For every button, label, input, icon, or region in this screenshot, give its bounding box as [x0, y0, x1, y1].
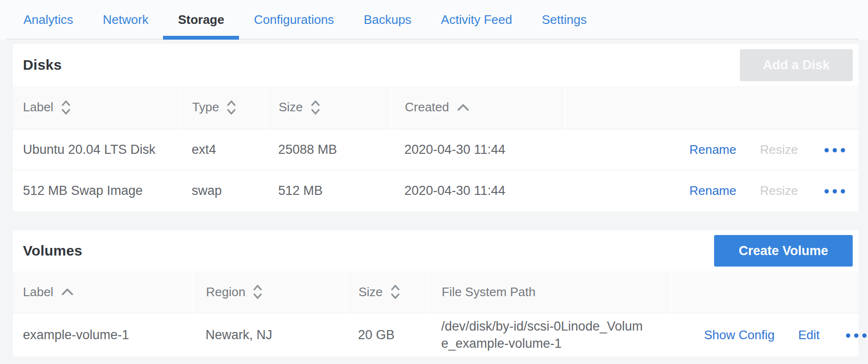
ellipsis-icon: [825, 148, 829, 152]
tab-label: Configurations: [254, 12, 334, 27]
sort-both-icon: [252, 283, 263, 300]
volumes-column-actions: [672, 271, 858, 313]
disk-created-cell: 2020-04-30 11:44: [392, 129, 565, 170]
column-label: Region: [206, 285, 245, 300]
table-row: Ubuntu 20.04 LTS Disk ext4 25088 MB 2020…: [13, 129, 858, 170]
ellipsis-icon: [833, 148, 837, 152]
disks-column-label[interactable]: Label: [13, 86, 179, 129]
disks-column-created[interactable]: Created: [392, 86, 565, 129]
ellipsis-icon: [833, 189, 837, 193]
disks-column-type[interactable]: Type: [179, 86, 266, 129]
resize-link[interactable]: Resize: [760, 183, 798, 198]
disk-label-cell: Ubuntu 20.04 LTS Disk: [13, 129, 179, 170]
volumes-table: Label Region: [13, 271, 858, 356]
tab-network[interactable]: Network: [88, 0, 163, 40]
tab-label: Settings: [542, 12, 586, 27]
disks-title: Disks: [23, 57, 62, 73]
tab-settings[interactable]: Settings: [527, 0, 601, 40]
column-label: Type: [192, 100, 219, 115]
volume-region-cell: Newark, NJ: [193, 313, 346, 356]
volumes-panel: Volumes Create Volume Label Region: [13, 230, 858, 356]
tab-label: Network: [103, 12, 148, 27]
tab-label: Backups: [364, 12, 412, 27]
volumes-header: Volumes Create Volume: [13, 230, 858, 271]
more-actions-button[interactable]: [824, 145, 846, 155]
volumes-column-label[interactable]: Label: [13, 271, 193, 313]
sort-both-icon: [310, 99, 321, 116]
column-label: Label: [23, 285, 54, 300]
ellipsis-icon: [841, 148, 845, 152]
tab-backups[interactable]: Backups: [349, 0, 426, 40]
tab-label: Storage: [178, 12, 224, 27]
disk-size-cell: 25088 MB: [266, 129, 392, 170]
volumes-table-header-row: Label Region: [13, 271, 858, 313]
volume-size-cell: 20 GB: [346, 313, 429, 356]
disk-size-cell: 512 MB: [266, 170, 392, 211]
tab-configurations[interactable]: Configurations: [239, 0, 349, 40]
table-row: example-volume-1 Newark, NJ 20 GB /dev/d…: [13, 313, 858, 356]
sort-both-icon: [226, 99, 237, 116]
disk-type-cell: ext4: [179, 129, 266, 170]
disks-column-size[interactable]: Size: [266, 86, 392, 129]
volume-file-system-path-cell: /dev/disk/by-id/scsi-0Linode_Volume_exam…: [429, 313, 672, 356]
disk-created-cell: 2020-04-30 11:44: [392, 170, 565, 211]
add-a-disk-button[interactable]: Add a Disk: [740, 49, 853, 81]
table-row: 512 MB Swap Image swap 512 MB 2020-04-30…: [13, 170, 858, 211]
ellipsis-icon: [854, 333, 858, 338]
ellipsis-icon: [825, 189, 829, 193]
volumes-column-size[interactable]: Size: [346, 271, 429, 313]
tab-activity-feed[interactable]: Activity Feed: [426, 0, 527, 40]
tab-analytics[interactable]: Analytics: [9, 0, 88, 40]
sort-both-icon: [61, 99, 71, 116]
ellipsis-icon: [846, 333, 850, 338]
ellipsis-icon: [841, 189, 845, 193]
chevron-up-icon: [456, 103, 470, 112]
ellipsis-icon: [862, 333, 867, 338]
tab-label: Activity Feed: [441, 12, 512, 27]
show-config-link[interactable]: Show Config: [704, 328, 774, 343]
active-tab-underline: [163, 36, 239, 40]
tabbar-divider: [7, 39, 858, 40]
column-label: Created: [405, 100, 449, 115]
detail-tabs: Analytics Network Storage Configurations…: [0, 0, 868, 40]
volumes-title: Volumes: [23, 243, 82, 259]
create-volume-button[interactable]: Create Volume: [714, 235, 853, 267]
volumes-column-file-system-path: File System Path: [429, 271, 672, 313]
tab-label: Analytics: [23, 12, 73, 27]
rename-link[interactable]: Rename: [689, 183, 736, 198]
sort-both-icon: [390, 283, 401, 300]
column-label: Label: [23, 100, 54, 115]
disks-header: Disks Add a Disk: [13, 44, 858, 86]
disk-actions-cell: Rename Resize: [565, 170, 858, 211]
more-actions-button[interactable]: [824, 186, 846, 196]
volume-label-cell: example-volume-1: [13, 313, 193, 356]
volume-actions-cell: Show Config Edit: [672, 313, 858, 356]
disks-panel: Disks Add a Disk Label Type: [13, 44, 858, 211]
disks-column-actions: [565, 86, 858, 129]
more-actions-button[interactable]: [845, 331, 868, 341]
volumes-column-region[interactable]: Region: [193, 271, 346, 313]
edit-link[interactable]: Edit: [798, 328, 820, 343]
rename-link[interactable]: Rename: [689, 142, 736, 157]
disks-table-header-row: Label Type: [13, 86, 858, 129]
column-label: Size: [279, 100, 303, 115]
chevron-up-icon: [61, 288, 74, 296]
tab-storage[interactable]: Storage: [163, 0, 239, 40]
column-label: Size: [358, 285, 383, 300]
column-label: File System Path: [442, 285, 536, 300]
disks-table: Label Type: [13, 86, 858, 211]
resize-link[interactable]: Resize: [760, 142, 798, 157]
disk-type-cell: swap: [179, 170, 266, 211]
disk-label-cell: 512 MB Swap Image: [13, 170, 179, 211]
disk-actions-cell: Rename Resize: [565, 129, 858, 170]
